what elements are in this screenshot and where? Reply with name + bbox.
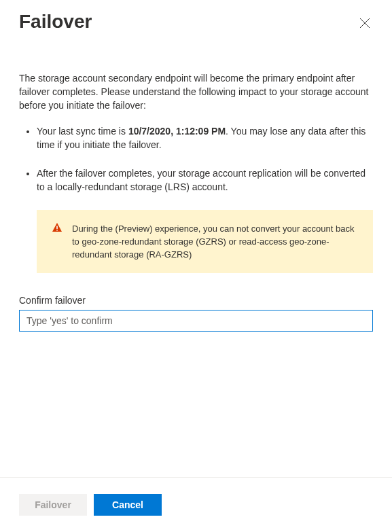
panel-title: Failover [19, 11, 92, 33]
svg-rect-2 [56, 226, 58, 230]
failover-description: The storage account secondary endpoint w… [19, 71, 373, 112]
panel-footer: Failover Cancel [0, 477, 392, 532]
replication-item: After the failover completes, your stora… [37, 166, 373, 194]
confirm-input[interactable] [19, 310, 373, 332]
failover-button[interactable]: Failover [19, 494, 87, 516]
sync-time-value: 10/7/2020, 1:12:09 PM [128, 126, 226, 137]
warning-callout: During the (Preview) experience, you can… [37, 210, 373, 273]
sync-time-item: Your last sync time is 10/7/2020, 1:12:0… [37, 124, 373, 152]
cancel-button[interactable]: Cancel [94, 494, 162, 516]
warning-icon [52, 222, 63, 233]
failover-panel: Failover The storage account secondary e… [0, 0, 392, 332]
close-button[interactable] [357, 15, 373, 33]
sync-prefix: Your last sync time is [37, 126, 128, 137]
close-icon [359, 18, 370, 29]
panel-header: Failover [19, 11, 373, 33]
warning-text: During the (Preview) experience, you can… [72, 224, 355, 260]
impact-list: Your last sync time is 10/7/2020, 1:12:0… [19, 124, 373, 194]
confirm-label: Confirm failover [19, 295, 373, 306]
svg-rect-3 [56, 230, 58, 231]
